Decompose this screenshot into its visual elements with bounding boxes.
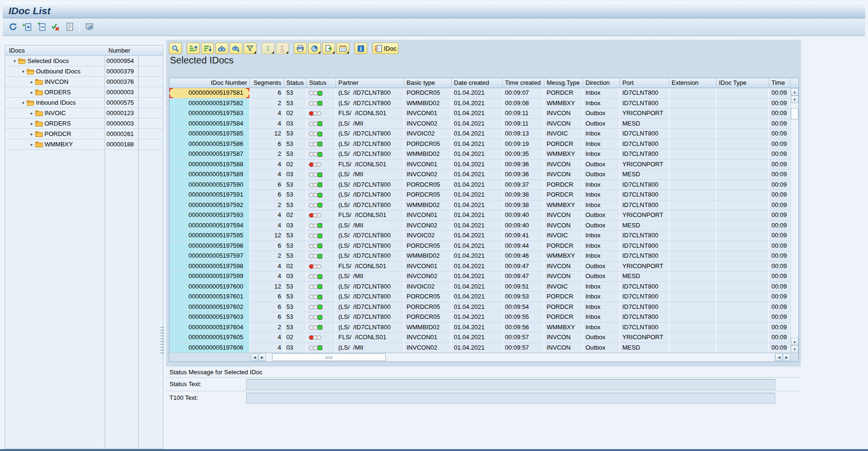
cell-basic_type[interactable]: INVCON01 [404,333,452,343]
sort-ascending-button[interactable] [187,43,200,54]
cell-basic_type[interactable]: PORDCR05 [404,241,452,252]
cell-time_created[interactable]: 00:09:46 [503,251,544,262]
scroll-down-button-bottom[interactable]: ▼ [791,345,798,353]
cell-idoc[interactable]: 0000000005197600 [169,282,250,292]
cell-date_created[interactable]: 01.04.2021 [452,139,503,150]
cell-basic_type[interactable]: WMMBID02 [404,323,452,333]
cell-extension[interactable] [669,119,717,129]
cell-time[interactable]: 00:09 [769,231,790,241]
cell-time_created[interactable]: 00:09:40 [503,210,544,221]
cell-segments[interactable]: 4 [250,108,284,119]
cell-time_created[interactable]: 00:09:38 [503,190,544,200]
column-header-idoc_type[interactable]: IDoc Type [717,78,769,88]
cell-date_created[interactable]: 01.04.2021 [452,241,503,252]
cell-direction[interactable]: Inbox [583,292,620,302]
panel-splitter-handle[interactable] [160,327,164,353]
export-button[interactable] [322,43,335,54]
cell-port[interactable]: YRICONPORT [620,262,669,272]
cell-basic_type[interactable]: PORDCR05 [404,302,452,313]
cell-status[interactable]: 02 [284,160,307,170]
subtotal-button[interactable]: Σ [276,43,289,54]
cell-msg_type[interactable]: WMMBXY [544,99,583,109]
cell-segments[interactable]: 12 [250,282,284,292]
cell-time_created[interactable]: 00:09:08 [503,99,544,109]
cell-idoc_type[interactable] [717,139,769,150]
cell-msg_type[interactable]: PORDCR [544,190,583,200]
vertical-scrollbar-thumb[interactable] [791,108,798,119]
cell-extension[interactable] [669,251,717,262]
cell-direction[interactable]: Inbox [583,200,620,211]
cell-extension[interactable] [669,180,717,190]
cell-time_created[interactable]: 00:09:44 [503,241,544,252]
find-button[interactable] [215,43,228,54]
column-header-date_created[interactable]: Date created [452,78,503,88]
scroll-down-button[interactable]: ▼ [791,96,798,103]
cell-port[interactable]: MESD [620,170,669,180]
cell-led[interactable] [307,333,336,343]
cell-direction[interactable]: Inbox [583,88,620,99]
cell-led[interactable] [307,221,336,231]
cell-idoc_type[interactable] [717,221,769,231]
cell-msg_type[interactable]: PORDCR [544,180,583,190]
cell-direction[interactable]: Inbox [583,99,620,109]
cell-idoc_type[interactable] [717,343,769,353]
cell-led[interactable] [307,231,336,241]
cell-status[interactable]: 03 [284,271,307,282]
cell-port[interactable]: MESD [620,271,669,282]
column-header-direction[interactable]: Direction [583,78,620,88]
cell-direction[interactable]: Inbox [583,282,620,292]
cell-time[interactable]: 00:09 [769,88,790,99]
cell-segments[interactable]: 4 [250,160,284,170]
cell-msg_type[interactable]: WMMBXY [544,251,583,262]
cell-msg_type[interactable]: INVCON [544,221,583,231]
cell-msg_type[interactable]: PORDCR [544,88,583,99]
scroll-right-button[interactable]: ▶ [258,353,266,361]
cell-basic_type[interactable]: INVCON02 [404,271,452,282]
cell-idoc[interactable]: 0000000005197599 [169,271,250,282]
cell-idoc_type[interactable] [717,160,769,170]
filter-button[interactable] [244,43,257,54]
cell-partner[interactable]: (LS/ /ID7CLNT800 [336,139,404,150]
cell-time[interactable]: 00:09 [769,302,790,313]
cell-idoc[interactable]: 0000000005197582 [169,99,250,109]
cell-partner[interactable]: (LS/ /ID7CLNT800 [336,241,404,252]
cell-msg_type[interactable]: INVCON [544,119,583,129]
expand-node-icon[interactable]: ▸ [29,108,35,118]
cell-date_created[interactable]: 01.04.2021 [452,282,503,292]
cell-idoc[interactable]: 0000000005197603 [169,312,250,323]
cell-basic_type[interactable]: INVOIC02 [404,282,452,292]
cell-partner[interactable]: FLS/ /ICONLS01 [336,262,404,272]
cell-status[interactable]: 03 [284,343,307,353]
cell-time_created[interactable]: 00:09:38 [503,200,544,211]
cell-direction[interactable]: Outbox [583,271,620,282]
cell-idoc_type[interactable] [717,99,769,109]
column-header-idoc[interactable]: IDoc Number [169,78,250,88]
cell-extension[interactable] [669,343,717,353]
scroll-right-button-right[interactable]: ▶ [783,353,790,361]
cell-date_created[interactable]: 01.04.2021 [452,88,503,99]
cell-basic_type[interactable]: INVCON02 [404,119,452,129]
cell-time[interactable]: 00:09 [769,149,790,160]
cell-time[interactable]: 00:09 [769,323,790,333]
cell-segments[interactable]: 4 [250,170,284,180]
cell-status[interactable]: 02 [284,210,307,221]
cell-status[interactable]: 53 [284,241,307,252]
tree-item-orders[interactable]: ▸ORDERS00000003 [5,87,163,98]
cell-date_created[interactable]: 01.04.2021 [452,251,503,262]
column-header-msg_type[interactable]: Messg.Type [544,78,583,88]
cell-idoc[interactable]: 0000000005197604 [169,323,250,333]
cell-time[interactable]: 00:09 [769,271,790,282]
cell-status[interactable]: 53 [284,129,307,139]
cell-extension[interactable] [669,292,717,302]
cell-segments[interactable]: 4 [250,221,284,231]
cell-idoc_type[interactable] [717,200,769,211]
cell-idoc_type[interactable] [717,88,769,99]
t100-text-field[interactable] [246,393,775,404]
cell-direction[interactable]: Inbox [583,129,620,139]
cell-basic_type[interactable]: WMMBID02 [404,149,452,160]
cell-status[interactable]: 03 [284,221,307,231]
cell-basic_type[interactable]: INVCON01 [404,108,452,119]
cell-led[interactable] [307,108,336,119]
cell-status[interactable]: 53 [284,282,307,292]
cell-port[interactable]: ID7CLNT800 [620,180,669,190]
